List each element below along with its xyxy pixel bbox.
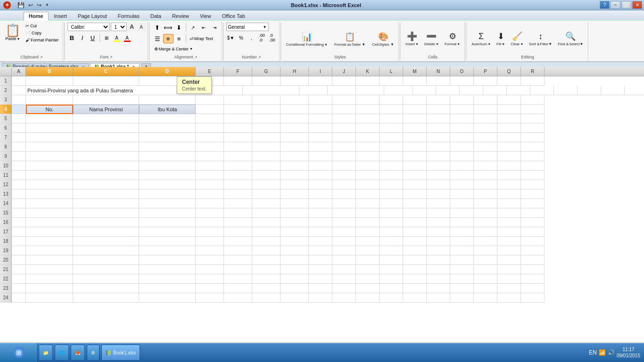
bold-button[interactable]: B [67,33,77,42]
format-button[interactable]: ⚙ Format▼ [442,30,462,48]
clear-button[interactable]: 🧹 Clear▼ [508,30,526,48]
cell-g1[interactable] [252,76,281,82]
col-header-i[interactable]: I [309,67,332,76]
close-button[interactable]: ✕ [632,1,642,9]
col-header-o[interactable]: O [450,67,474,76]
indent-inc-button[interactable]: ⇥ [209,23,220,32]
col-header-r[interactable]: R [521,67,545,76]
indent-dec-button[interactable]: ⇤ [198,23,209,32]
comma-btn[interactable]: , [247,33,256,42]
alignment-expand-icon[interactable]: ↗ [194,55,198,59]
tab-view[interactable]: View [195,12,216,20]
cell-f1[interactable] [224,76,252,82]
col-header-c[interactable]: C [73,67,139,76]
orient-button[interactable]: ↗ [188,23,198,32]
align-left-button[interactable]: ☰ [152,34,163,43]
increase-font-btn[interactable]: A [128,23,136,31]
cut-button[interactable]: ✂ Cut [24,23,61,29]
fill-button[interactable]: ⬇ Fill▼ [494,30,507,48]
align-bottom-button[interactable]: ⬇ [174,23,184,32]
restore-button[interactable]: ⬜ [621,1,631,9]
col-header-q[interactable]: Q [497,67,521,76]
col-header-n[interactable]: N [427,67,450,76]
insert-button[interactable]: ➕ Insert▼ [403,30,421,48]
number-expand-icon[interactable]: ↗ [258,55,261,59]
col-header-d[interactable]: D [139,67,196,76]
minimize-button[interactable]: − [611,1,620,9]
tab-insert[interactable]: Insert [49,12,73,20]
number-group-label[interactable]: Number ↗ [226,55,277,60]
format-as-table-button[interactable]: 📋 Format as Table ▼ [332,29,368,48]
cell-r1[interactable] [521,76,545,82]
row-num-1[interactable]: 1 [0,76,12,82]
cell-q1[interactable] [497,76,521,82]
cell-i1[interactable] [309,76,332,82]
save-quick-btn[interactable]: 💾 [16,1,26,9]
col-header-k[interactable]: K [356,67,380,76]
font-group-label[interactable]: Font ↗ [67,55,146,60]
underline-button[interactable]: U [88,33,98,42]
cell-styles-button[interactable]: 🎨 Cell Styles ▼ [370,29,396,48]
tab-page-layout[interactable]: Page Layout [73,12,112,20]
align-right-button[interactable]: ≡ [174,34,184,43]
cell-o1[interactable] [450,76,474,82]
redo-quick-btn[interactable]: ↪ [35,1,43,9]
col-header-j[interactable]: J [332,67,356,76]
autosum-button[interactable]: Σ AutoSum▼ [469,30,493,48]
col-header-a[interactable]: A [12,67,26,76]
align-center-button[interactable]: ≡ [163,34,173,43]
undo-quick-btn[interactable]: ↩ [27,1,34,9]
clipboard-expand-icon[interactable]: ↗ [40,55,43,59]
wrap-text-button[interactable]: ⏎ Wrap Text [188,34,215,43]
align-top-button[interactable]: ⬆ [152,23,163,32]
col-header-b[interactable]: B [26,67,73,76]
col-header-p[interactable]: P [474,67,497,76]
col-header-e[interactable]: E [196,67,224,76]
tab-home[interactable]: Home [24,12,49,21]
tab-office-tab[interactable]: Office Tab [217,12,250,20]
format-painter-button[interactable]: 🖌 Format Painter [24,37,61,43]
align-middle-button[interactable]: ⟺ [163,23,173,32]
merge-center-button[interactable]: ⊕ Merge & Center ▼ [152,45,195,52]
tab-formulas[interactable]: Formulas [113,12,145,20]
dec-dec-btn[interactable]: .0.00 [268,33,277,42]
sort-filter-button[interactable]: ↕ Sort & Filter▼ [527,30,554,48]
qa-dropdown[interactable]: ▼ [44,2,50,8]
cell-p1[interactable] [474,76,497,82]
cell-c1[interactable] [73,76,139,82]
number-format-selector[interactable]: General ▼ [226,23,269,31]
cell-j1[interactable] [332,76,356,82]
cell-h1[interactable] [281,76,309,82]
cell-b1[interactable] [26,76,73,82]
tab-data[interactable]: Data [145,12,166,20]
border-button[interactable]: ⊞ [102,33,111,42]
cell-l1[interactable] [380,76,403,82]
find-select-button[interactable]: 🔍 Find & Select▼ [555,30,586,48]
percent-btn[interactable]: % [237,33,246,42]
col-header-m[interactable]: M [403,67,427,76]
help-button[interactable]: ? [600,1,610,9]
dec-inc-btn[interactable]: .00.0 [257,33,267,42]
col-header-h[interactable]: H [281,67,309,76]
italic-button[interactable]: I [78,33,87,42]
alignment-group-label[interactable]: Alignment ↗ [152,55,220,60]
col-header-g[interactable]: G [252,67,281,76]
clipboard-group-label[interactable]: Clipboard ↗ [3,55,61,60]
office-button[interactable]: ✦ [3,1,11,9]
font-color-button[interactable]: A [123,33,132,42]
fill-color-button[interactable]: A [112,33,122,42]
cell-a1[interactable] [12,76,26,82]
cell-n1[interactable] [427,76,450,82]
delete-button[interactable]: ➖ Delete▼ [422,30,441,48]
currency-btn[interactable]: $▼ [226,33,236,42]
cell-m1[interactable] [403,76,427,82]
copy-button[interactable]: 📄 Copy [24,30,61,36]
paste-button[interactable]: 📋 Paste▼ [3,23,23,42]
font-expand-icon[interactable]: ↗ [109,55,113,59]
font-size-selector[interactable]: 11 [111,23,127,31]
tab-review[interactable]: Review [167,12,194,20]
cell-k1[interactable] [356,76,380,82]
conditional-formatting-button[interactable]: 📊 Conditional Formatting ▼ [284,29,330,48]
col-header-f[interactable]: F [224,67,252,76]
decrease-font-btn[interactable]: A [137,23,146,31]
